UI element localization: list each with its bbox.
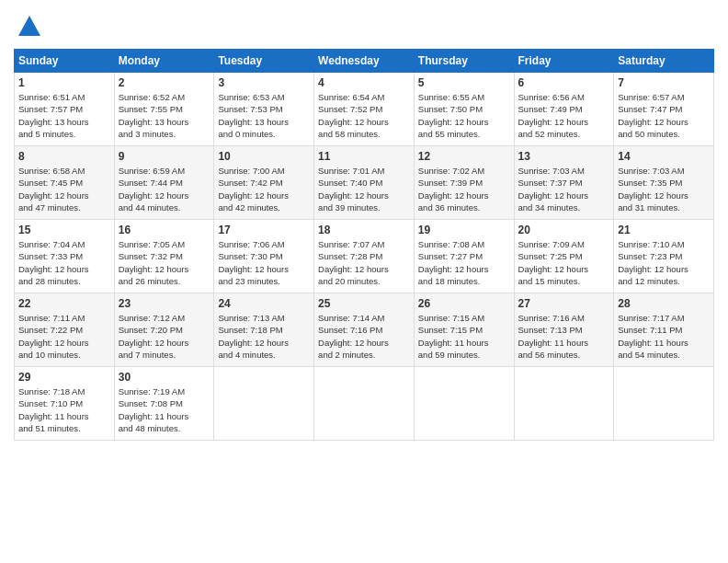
day-number: 8 xyxy=(18,150,110,163)
day-info: Sunrise: 7:00 AMSunset: 7:42 PMDaylight:… xyxy=(218,165,310,213)
day-info: Sunrise: 7:06 AMSunset: 7:30 PMDaylight:… xyxy=(218,238,310,287)
day-number: 11 xyxy=(318,150,410,163)
day-info: Sunrise: 6:54 AMSunset: 7:52 PMDaylight:… xyxy=(318,91,410,140)
col-tuesday: Tuesday xyxy=(214,50,314,73)
table-cell: 24Sunrise: 7:13 AMSunset: 7:18 PMDayligh… xyxy=(214,293,314,367)
calendar-row: 22Sunrise: 7:11 AMSunset: 7:22 PMDayligh… xyxy=(15,293,714,367)
day-number: 26 xyxy=(418,297,510,310)
day-info: Sunrise: 6:59 AMSunset: 7:44 PMDaylight:… xyxy=(119,165,210,213)
day-info: Sunrise: 7:09 AMSunset: 7:25 PMDaylight:… xyxy=(518,238,610,287)
col-sunday: Sunday xyxy=(15,50,115,73)
table-cell: 20Sunrise: 7:09 AMSunset: 7:25 PMDayligh… xyxy=(514,220,614,293)
day-info: Sunrise: 7:19 AMSunset: 7:08 PMDaylight:… xyxy=(119,385,210,434)
day-info: Sunrise: 7:07 AMSunset: 7:28 PMDaylight:… xyxy=(318,238,410,287)
day-info: Sunrise: 6:53 AMSunset: 7:53 PMDaylight:… xyxy=(218,91,310,140)
table-cell: 19Sunrise: 7:08 AMSunset: 7:27 PMDayligh… xyxy=(414,220,514,293)
day-number: 28 xyxy=(618,297,710,310)
col-wednesday: Wednesday xyxy=(314,50,415,73)
day-info: Sunrise: 7:11 AMSunset: 7:22 PMDaylight:… xyxy=(18,312,110,361)
day-info: Sunrise: 7:15 AMSunset: 7:15 PMDaylight:… xyxy=(418,312,510,361)
day-number: 1 xyxy=(18,76,110,89)
table-cell: 22Sunrise: 7:11 AMSunset: 7:22 PMDayligh… xyxy=(15,293,115,367)
day-number: 24 xyxy=(218,297,310,310)
table-cell: 5Sunrise: 6:55 AMSunset: 7:50 PMDaylight… xyxy=(414,73,514,146)
day-info: Sunrise: 7:03 AMSunset: 7:37 PMDaylight:… xyxy=(518,165,610,213)
table-cell: 23Sunrise: 7:12 AMSunset: 7:20 PMDayligh… xyxy=(114,293,214,367)
day-number: 30 xyxy=(119,371,210,384)
day-number: 22 xyxy=(18,297,110,310)
day-number: 2 xyxy=(119,76,210,89)
logo-icon xyxy=(17,14,42,40)
day-info: Sunrise: 7:02 AMSunset: 7:39 PMDaylight:… xyxy=(418,165,510,213)
day-info: Sunrise: 7:10 AMSunset: 7:23 PMDaylight:… xyxy=(618,238,710,287)
day-number: 6 xyxy=(518,76,610,89)
table-cell: 25Sunrise: 7:14 AMSunset: 7:16 PMDayligh… xyxy=(314,293,415,367)
page: Sunday Monday Tuesday Wednesday Thursday… xyxy=(0,0,728,563)
table-cell: 27Sunrise: 7:16 AMSunset: 7:13 PMDayligh… xyxy=(514,293,614,367)
day-number: 12 xyxy=(418,150,510,163)
calendar-table: Sunday Monday Tuesday Wednesday Thursday… xyxy=(14,49,714,441)
day-number: 9 xyxy=(119,150,210,163)
day-info: Sunrise: 7:01 AMSunset: 7:40 PMDaylight:… xyxy=(318,165,410,213)
day-number: 13 xyxy=(518,150,610,163)
table-cell: 29Sunrise: 7:18 AMSunset: 7:10 PMDayligh… xyxy=(15,367,115,441)
day-info: Sunrise: 6:52 AMSunset: 7:55 PMDaylight:… xyxy=(119,91,210,140)
day-info: Sunrise: 7:13 AMSunset: 7:18 PMDaylight:… xyxy=(218,312,310,361)
table-cell: 15Sunrise: 7:04 AMSunset: 7:33 PMDayligh… xyxy=(15,220,115,293)
svg-marker-0 xyxy=(18,16,40,36)
col-saturday: Saturday xyxy=(614,50,714,73)
day-info: Sunrise: 7:17 AMSunset: 7:11 PMDaylight:… xyxy=(618,312,710,361)
table-cell: 11Sunrise: 7:01 AMSunset: 7:40 PMDayligh… xyxy=(314,146,415,220)
day-info: Sunrise: 7:05 AMSunset: 7:32 PMDaylight:… xyxy=(119,238,210,287)
table-cell xyxy=(314,367,415,441)
table-cell: 10Sunrise: 7:00 AMSunset: 7:42 PMDayligh… xyxy=(214,146,314,220)
day-info: Sunrise: 6:51 AMSunset: 7:57 PMDaylight:… xyxy=(18,91,110,140)
table-cell: 7Sunrise: 6:57 AMSunset: 7:47 PMDaylight… xyxy=(614,73,714,146)
day-info: Sunrise: 6:57 AMSunset: 7:47 PMDaylight:… xyxy=(618,91,710,140)
day-info: Sunrise: 7:16 AMSunset: 7:13 PMDaylight:… xyxy=(518,312,610,361)
table-cell xyxy=(214,367,314,441)
day-number: 27 xyxy=(518,297,610,310)
calendar-header-row: Sunday Monday Tuesday Wednesday Thursday… xyxy=(15,50,714,73)
calendar-row: 29Sunrise: 7:18 AMSunset: 7:10 PMDayligh… xyxy=(15,367,714,441)
day-number: 23 xyxy=(119,297,210,310)
table-cell: 3Sunrise: 6:53 AMSunset: 7:53 PMDaylight… xyxy=(214,73,314,146)
day-number: 14 xyxy=(618,150,710,163)
table-cell: 16Sunrise: 7:05 AMSunset: 7:32 PMDayligh… xyxy=(114,220,214,293)
table-cell: 17Sunrise: 7:06 AMSunset: 7:30 PMDayligh… xyxy=(214,220,314,293)
table-cell xyxy=(514,367,614,441)
day-number: 19 xyxy=(418,224,510,236)
table-cell: 6Sunrise: 6:56 AMSunset: 7:49 PMDaylight… xyxy=(514,73,614,146)
table-cell: 13Sunrise: 7:03 AMSunset: 7:37 PMDayligh… xyxy=(514,146,614,220)
day-number: 25 xyxy=(318,297,410,310)
day-info: Sunrise: 7:03 AMSunset: 7:35 PMDaylight:… xyxy=(618,165,710,213)
day-number: 7 xyxy=(618,76,710,89)
table-cell: 8Sunrise: 6:58 AMSunset: 7:45 PMDaylight… xyxy=(15,146,115,220)
calendar-row: 8Sunrise: 6:58 AMSunset: 7:45 PMDaylight… xyxy=(15,146,714,220)
day-number: 10 xyxy=(218,150,310,163)
day-number: 4 xyxy=(318,76,410,89)
day-info: Sunrise: 7:04 AMSunset: 7:33 PMDaylight:… xyxy=(18,238,110,287)
day-info: Sunrise: 6:55 AMSunset: 7:50 PMDaylight:… xyxy=(418,91,510,140)
col-friday: Friday xyxy=(514,50,614,73)
table-cell: 28Sunrise: 7:17 AMSunset: 7:11 PMDayligh… xyxy=(614,293,714,367)
table-cell: 4Sunrise: 6:54 AMSunset: 7:52 PMDaylight… xyxy=(314,73,415,146)
day-number: 29 xyxy=(18,371,110,384)
day-number: 17 xyxy=(218,224,310,236)
table-cell: 14Sunrise: 7:03 AMSunset: 7:35 PMDayligh… xyxy=(614,146,714,220)
day-number: 5 xyxy=(418,76,510,89)
table-cell xyxy=(414,367,514,441)
table-cell xyxy=(614,367,714,441)
day-number: 20 xyxy=(518,224,610,236)
day-number: 16 xyxy=(119,224,210,236)
day-info: Sunrise: 7:14 AMSunset: 7:16 PMDaylight:… xyxy=(318,312,410,361)
table-cell: 21Sunrise: 7:10 AMSunset: 7:23 PMDayligh… xyxy=(614,220,714,293)
calendar-row: 15Sunrise: 7:04 AMSunset: 7:33 PMDayligh… xyxy=(15,220,714,293)
logo xyxy=(14,14,42,40)
day-number: 21 xyxy=(618,224,710,236)
table-cell: 30Sunrise: 7:19 AMSunset: 7:08 PMDayligh… xyxy=(114,367,214,441)
calendar-row: 1Sunrise: 6:51 AMSunset: 7:57 PMDaylight… xyxy=(15,73,714,146)
col-monday: Monday xyxy=(114,50,214,73)
day-info: Sunrise: 7:18 AMSunset: 7:10 PMDaylight:… xyxy=(18,385,110,434)
day-info: Sunrise: 6:56 AMSunset: 7:49 PMDaylight:… xyxy=(518,91,610,140)
